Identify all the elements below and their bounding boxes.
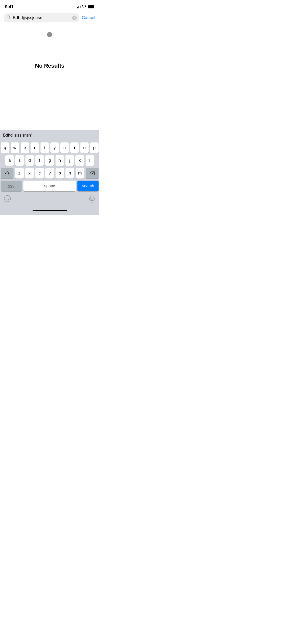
key-k[interactable]: k	[75, 155, 84, 166]
wifi-icon	[82, 5, 86, 9]
key-r[interactable]: r	[31, 142, 39, 153]
space-key[interactable]: space	[23, 181, 76, 191]
key-f[interactable]: f	[35, 155, 44, 166]
key-c[interactable]: c	[35, 168, 44, 179]
key-a[interactable]: a	[5, 155, 14, 166]
key-e[interactable]: e	[21, 142, 29, 153]
svg-rect-7	[91, 195, 93, 199]
emoji-button[interactable]	[2, 193, 13, 204]
numbers-key[interactable]: 123	[1, 181, 22, 191]
delete-key[interactable]	[86, 168, 99, 179]
status-icons	[76, 5, 94, 9]
status-time: 9:41	[5, 4, 13, 9]
key-j[interactable]: j	[65, 155, 74, 166]
home-indicator	[0, 206, 99, 215]
key-row-4: 123 space search	[1, 181, 99, 191]
svg-line-1	[9, 18, 11, 19]
search-key[interactable]: search	[77, 181, 99, 191]
key-x[interactable]: x	[25, 168, 34, 179]
mic-button[interactable]	[87, 193, 97, 204]
key-u[interactable]: u	[60, 142, 69, 153]
no-results-area: No Results	[0, 37, 99, 69]
key-q[interactable]: q	[1, 142, 9, 153]
svg-point-5	[6, 198, 7, 198]
key-o[interactable]: o	[80, 142, 89, 153]
key-t[interactable]: t	[40, 142, 49, 153]
bottom-row	[0, 192, 99, 206]
status-bar: 9:41	[0, 0, 99, 11]
battery-icon	[88, 5, 94, 8]
key-row-2: a s d f g h j k l	[1, 155, 99, 166]
keyboard-rows: q w e r t y u i o p a s d f g h j k l	[0, 141, 99, 192]
key-p[interactable]: p	[90, 142, 99, 153]
key-row-1: q w e r t y u i o p	[1, 142, 99, 153]
keyboard-area: Bdhdjjsjssjsnsn” q w e r t y u i o p a s…	[0, 130, 99, 215]
cancel-button[interactable]: Cancel	[82, 15, 95, 20]
signal-icon	[76, 5, 80, 8]
key-row-3: z x c v b n m	[1, 168, 99, 179]
key-i[interactable]: i	[70, 142, 79, 153]
key-m[interactable]: m	[76, 168, 84, 179]
key-s[interactable]: s	[15, 155, 24, 166]
key-z[interactable]: z	[15, 168, 24, 179]
shift-key[interactable]	[1, 168, 13, 179]
autocomplete-suggestion[interactable]: Bdhdjjsjssjsnsn”	[3, 133, 32, 138]
key-d[interactable]: d	[25, 155, 34, 166]
autocomplete-divider	[35, 133, 35, 138]
key-b[interactable]: b	[56, 168, 64, 179]
key-y[interactable]: y	[50, 142, 59, 153]
svg-point-4	[4, 196, 11, 202]
autocomplete-bar: Bdhdjjsjssjsnsn”	[0, 130, 99, 141]
search-input[interactable]	[13, 15, 70, 20]
key-g[interactable]: g	[45, 155, 54, 166]
svg-point-6	[8, 198, 9, 198]
key-n[interactable]: n	[65, 168, 74, 179]
no-results-label: No Results	[35, 63, 64, 69]
search-input-wrapper	[4, 13, 79, 22]
key-h[interactable]: h	[56, 155, 64, 166]
key-v[interactable]: v	[45, 168, 54, 179]
search-bar-container: Cancel	[0, 11, 99, 24]
search-icon	[7, 15, 11, 20]
clear-button[interactable]	[72, 16, 77, 20]
key-l[interactable]: l	[86, 155, 94, 166]
key-w[interactable]: w	[11, 142, 19, 153]
home-bar	[33, 210, 67, 211]
loading-indicator	[47, 32, 52, 37]
